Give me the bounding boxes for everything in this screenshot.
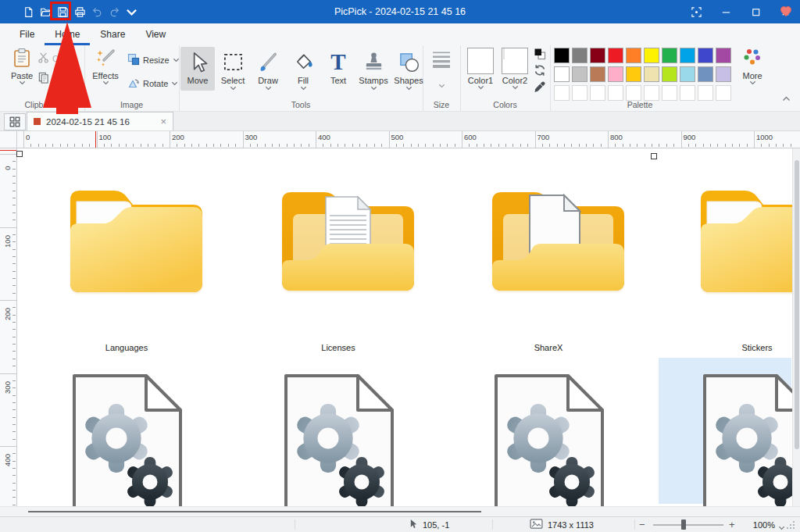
- palette-swatch[interactable]: [554, 66, 570, 82]
- folder-open-blank-doc-icon[interactable]: [467, 175, 630, 309]
- resize-handle[interactable]: [16, 151, 23, 157]
- zoom-level[interactable]: 100%: [744, 517, 775, 532]
- palette-swatch[interactable]: [590, 48, 605, 63]
- undo-icon[interactable]: [91, 5, 103, 18]
- tool-move-button[interactable]: Move: [180, 47, 215, 91]
- ribbon: Paste Cut Copy Clipboard Effects Resize: [0, 45, 800, 112]
- canvas[interactable]: LanguagesLicensesShareXStickers: [17, 148, 792, 506]
- tab-title: 2024-02-15 21 45 16: [46, 117, 155, 127]
- gear-file-icon[interactable]: [66, 373, 188, 506]
- quick-access: [22, 5, 138, 18]
- palette-swatch[interactable]: [644, 66, 659, 82]
- rotate-button[interactable]: Rotate: [127, 77, 178, 91]
- new-file-icon[interactable]: [22, 5, 34, 18]
- paste-icon: [12, 48, 32, 70]
- folder-closed-icon[interactable]: [676, 175, 792, 309]
- palette-swatch-empty[interactable]: [698, 85, 713, 101]
- tool-text-button[interactable]: TText: [321, 47, 355, 91]
- zoom-in-button[interactable]: +: [729, 517, 735, 532]
- zoom-slider-thumb[interactable]: [681, 520, 686, 530]
- redo-icon[interactable]: [108, 5, 120, 18]
- ruler-corner: [0, 131, 17, 148]
- palette-swatch[interactable]: [608, 48, 623, 63]
- zoom-caret-icon[interactable]: [778, 523, 785, 532]
- gear-file-icon[interactable]: [278, 373, 399, 506]
- palette-swatch-empty[interactable]: [716, 85, 731, 101]
- horizontal-scrollbar-thumb[interactable]: [28, 511, 481, 512]
- folder-open-lined-doc-icon[interactable]: [257, 175, 420, 309]
- tool-select-button[interactable]: Select: [216, 47, 250, 91]
- folder-label: Stickers: [695, 343, 792, 352]
- palette-swatch[interactable]: [572, 48, 588, 63]
- heart-icon[interactable]: [780, 5, 792, 19]
- palette-swatch-empty[interactable]: [644, 85, 659, 101]
- tool-draw-button[interactable]: Draw: [251, 47, 285, 91]
- palette-swatch[interactable]: [680, 66, 695, 82]
- palette-swatch[interactable]: [680, 48, 695, 63]
- palette-swatch-empty[interactable]: [554, 85, 570, 101]
- folder-closed-icon[interactable]: [45, 175, 209, 309]
- palette-swatch[interactable]: [608, 66, 623, 82]
- reset-colors-icon[interactable]: [534, 64, 546, 77]
- caret-down-icon[interactable]: [125, 5, 138, 18]
- palette-swatch[interactable]: [572, 66, 588, 82]
- zoom-slider[interactable]: [653, 524, 723, 526]
- resize-handle[interactable]: [651, 153, 657, 159]
- palette-swatch[interactable]: [698, 66, 713, 82]
- resize-button[interactable]: Resize: [127, 53, 180, 67]
- zoom-out-button[interactable]: −: [639, 517, 645, 532]
- tab-share[interactable]: Share: [90, 23, 135, 45]
- palette-swatch-empty[interactable]: [590, 85, 605, 101]
- collapse-ribbon-icon[interactable]: [782, 94, 791, 103]
- more-colors-button[interactable]: More: [736, 48, 769, 85]
- tool-shapes-button[interactable]: Shapes: [391, 47, 426, 91]
- palette-swatch[interactable]: [590, 66, 605, 82]
- tab-grid-button[interactable]: [4, 113, 26, 130]
- tool-stamps-button[interactable]: Stamps: [356, 47, 391, 91]
- size-button[interactable]: [426, 49, 457, 88]
- vertical-scrollbar-thumb[interactable]: [795, 160, 799, 449]
- cursor-position: 105, -1: [423, 520, 449, 530]
- swap-colors-icon[interactable]: [534, 48, 546, 60]
- palette-swatch-empty[interactable]: [626, 85, 641, 101]
- palette-swatch[interactable]: [626, 66, 641, 82]
- palette-swatch[interactable]: [662, 48, 677, 63]
- paste-button[interactable]: Paste: [6, 48, 38, 85]
- vertical-scrollbar[interactable]: [792, 148, 800, 506]
- palette-swatch[interactable]: [626, 48, 641, 63]
- color2-button[interactable]: Color2: [499, 48, 530, 90]
- palette-swatch[interactable]: [716, 48, 731, 63]
- palette-swatch[interactable]: [716, 66, 731, 82]
- horizontal-scrollbar[interactable]: [0, 506, 800, 516]
- palette-swatch[interactable]: [662, 66, 677, 82]
- color2-swatch: [502, 48, 528, 74]
- caret-down-icon: [19, 80, 26, 85]
- tool-fill-button[interactable]: Fill: [286, 47, 320, 91]
- palette-group-label: Palette: [550, 100, 730, 109]
- palette-swatch[interactable]: [554, 48, 570, 63]
- palette-swatch[interactable]: [698, 48, 713, 63]
- maximize-button[interactable]: [741, 0, 770, 23]
- palette-swatch-empty[interactable]: [662, 85, 677, 101]
- group-colors: Color1 Color2 Colors: [460, 45, 551, 111]
- color1-button[interactable]: Color1: [465, 48, 496, 90]
- eyedropper-icon[interactable]: [534, 80, 546, 93]
- palette-swatch[interactable]: [644, 48, 659, 63]
- color2-label: Color2: [502, 76, 527, 85]
- tab-view[interactable]: View: [135, 23, 176, 45]
- print-icon[interactable]: [73, 5, 86, 18]
- resize-label: Resize: [143, 55, 170, 65]
- rotate-label: Rotate: [143, 79, 168, 88]
- resize-grip[interactable]: [786, 520, 795, 531]
- gear-file-icon[interactable]: [488, 373, 609, 506]
- more-colors-label: More: [742, 71, 762, 80]
- palette-swatch-empty[interactable]: [608, 85, 623, 101]
- palette-swatch-empty[interactable]: [572, 85, 588, 101]
- tab-close-icon[interactable]: ×: [160, 116, 166, 127]
- text-icon: T: [330, 48, 345, 75]
- palette-swatch-empty[interactable]: [680, 85, 695, 101]
- capture-button[interactable]: [681, 0, 711, 23]
- tool-label: Stamps: [359, 76, 388, 85]
- gear-file-icon[interactable]: [697, 373, 792, 506]
- minimize-button[interactable]: [711, 0, 741, 23]
